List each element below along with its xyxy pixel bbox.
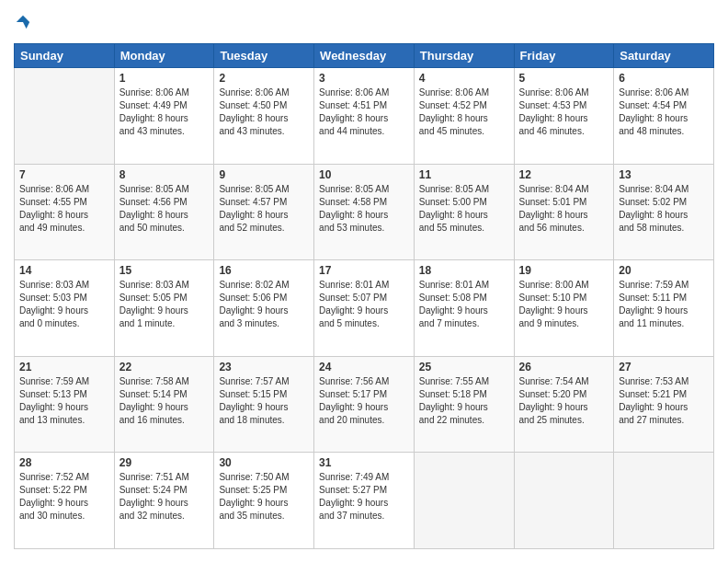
day-number: 12 (519, 168, 609, 181)
day-number: 18 (419, 264, 509, 277)
day-number: 20 (619, 264, 709, 277)
calendar-week-row: 1Sunrise: 8:06 AM Sunset: 4:49 PM Daylig… (15, 68, 714, 165)
calendar-header-monday: Monday (114, 44, 214, 68)
calendar-cell: 14Sunrise: 8:03 AM Sunset: 5:03 PM Dayli… (15, 260, 115, 357)
day-info: Sunrise: 8:05 AM Sunset: 4:57 PM Dayligh… (219, 183, 309, 235)
day-number: 1 (119, 72, 210, 85)
calendar-cell (614, 453, 714, 549)
day-number: 28 (19, 456, 109, 469)
calendar-cell (15, 68, 115, 165)
calendar-cell: 30Sunrise: 7:50 AM Sunset: 5:25 PM Dayli… (214, 453, 314, 549)
day-info: Sunrise: 7:58 AM Sunset: 5:14 PM Dayligh… (119, 375, 210, 427)
calendar-cell: 24Sunrise: 7:56 AM Sunset: 5:17 PM Dayli… (314, 356, 415, 453)
day-number: 7 (19, 168, 109, 181)
day-info: Sunrise: 7:53 AM Sunset: 5:21 PM Dayligh… (619, 375, 709, 427)
day-number: 29 (119, 456, 210, 469)
calendar-week-row: 28Sunrise: 7:52 AM Sunset: 5:22 PM Dayli… (15, 453, 714, 549)
day-info: Sunrise: 8:06 AM Sunset: 4:49 PM Dayligh… (119, 86, 210, 138)
calendar-header-friday: Friday (514, 44, 614, 68)
calendar-cell: 3Sunrise: 8:06 AM Sunset: 4:51 PM Daylig… (314, 68, 415, 165)
day-number: 27 (619, 361, 709, 373)
day-info: Sunrise: 7:59 AM Sunset: 5:13 PM Dayligh… (19, 375, 109, 427)
day-info: Sunrise: 7:56 AM Sunset: 5:17 PM Dayligh… (319, 375, 409, 427)
day-number: 13 (619, 168, 709, 181)
day-info: Sunrise: 8:02 AM Sunset: 5:06 PM Dayligh… (219, 279, 309, 330)
day-number: 3 (319, 72, 409, 85)
day-info: Sunrise: 8:01 AM Sunset: 5:08 PM Dayligh… (419, 279, 509, 330)
day-number: 19 (519, 264, 609, 277)
day-info: Sunrise: 8:06 AM Sunset: 4:50 PM Dayligh… (219, 86, 309, 138)
calendar-cell (414, 453, 514, 549)
day-number: 24 (319, 361, 409, 373)
calendar-cell: 9Sunrise: 8:05 AM Sunset: 4:57 PM Daylig… (214, 164, 314, 260)
day-info: Sunrise: 8:04 AM Sunset: 5:01 PM Dayligh… (519, 183, 609, 235)
calendar-cell: 11Sunrise: 8:05 AM Sunset: 5:00 PM Dayli… (414, 164, 514, 260)
day-info: Sunrise: 8:03 AM Sunset: 5:05 PM Dayligh… (119, 279, 210, 330)
calendar-cell: 17Sunrise: 8:01 AM Sunset: 5:07 PM Dayli… (314, 260, 415, 357)
calendar-cell: 2Sunrise: 8:06 AM Sunset: 4:50 PM Daylig… (214, 68, 314, 165)
day-number: 16 (219, 264, 309, 277)
calendar-cell: 28Sunrise: 7:52 AM Sunset: 5:22 PM Dayli… (15, 453, 115, 549)
calendar-cell: 19Sunrise: 8:00 AM Sunset: 5:10 PM Dayli… (514, 260, 614, 357)
day-number: 9 (219, 168, 309, 181)
day-info: Sunrise: 8:06 AM Sunset: 4:55 PM Dayligh… (19, 183, 109, 235)
day-info: Sunrise: 8:04 AM Sunset: 5:02 PM Dayligh… (619, 183, 709, 235)
calendar-cell: 18Sunrise: 8:01 AM Sunset: 5:08 PM Dayli… (414, 260, 514, 357)
calendar-cell: 27Sunrise: 7:53 AM Sunset: 5:21 PM Dayli… (614, 356, 714, 453)
calendar-cell: 5Sunrise: 8:06 AM Sunset: 4:53 PM Daylig… (514, 68, 614, 165)
day-info: Sunrise: 7:55 AM Sunset: 5:18 PM Dayligh… (419, 375, 509, 427)
day-number: 4 (419, 72, 509, 85)
calendar-cell: 22Sunrise: 7:58 AM Sunset: 5:14 PM Dayli… (114, 356, 214, 453)
day-info: Sunrise: 8:01 AM Sunset: 5:07 PM Dayligh… (319, 279, 409, 330)
day-info: Sunrise: 8:00 AM Sunset: 5:10 PM Dayligh… (519, 279, 609, 330)
calendar-header-wednesday: Wednesday (314, 44, 415, 68)
day-number: 30 (219, 456, 309, 469)
day-number: 23 (219, 361, 309, 373)
day-number: 17 (319, 264, 409, 277)
calendar-header-saturday: Saturday (614, 44, 714, 68)
day-number: 26 (519, 361, 609, 373)
calendar-cell: 13Sunrise: 8:04 AM Sunset: 5:02 PM Dayli… (614, 164, 714, 260)
calendar-header-tuesday: Tuesday (214, 44, 314, 68)
day-info: Sunrise: 8:06 AM Sunset: 4:53 PM Dayligh… (519, 86, 609, 138)
day-info: Sunrise: 8:05 AM Sunset: 4:58 PM Dayligh… (319, 183, 409, 235)
day-info: Sunrise: 7:50 AM Sunset: 5:25 PM Dayligh… (219, 471, 309, 523)
calendar-cell: 31Sunrise: 7:49 AM Sunset: 5:27 PM Dayli… (314, 453, 415, 549)
calendar-cell: 20Sunrise: 7:59 AM Sunset: 5:11 PM Dayli… (614, 260, 714, 357)
calendar-cell: 8Sunrise: 8:05 AM Sunset: 4:56 PM Daylig… (114, 164, 214, 260)
calendar-cell (514, 453, 614, 549)
calendar-cell: 4Sunrise: 8:06 AM Sunset: 4:52 PM Daylig… (414, 68, 514, 165)
day-info: Sunrise: 8:06 AM Sunset: 4:52 PM Dayligh… (419, 86, 509, 138)
day-number: 31 (319, 456, 409, 469)
day-info: Sunrise: 7:52 AM Sunset: 5:22 PM Dayligh… (19, 471, 109, 523)
logo (14, 14, 31, 34)
calendar-cell: 10Sunrise: 8:05 AM Sunset: 4:58 PM Dayli… (314, 164, 415, 260)
svg-marker-1 (23, 22, 29, 29)
day-info: Sunrise: 8:03 AM Sunset: 5:03 PM Dayligh… (19, 279, 109, 330)
svg-marker-0 (17, 16, 29, 22)
calendar-week-row: 7Sunrise: 8:06 AM Sunset: 4:55 PM Daylig… (15, 164, 714, 260)
day-number: 14 (19, 264, 109, 277)
day-number: 11 (419, 168, 509, 181)
logo-icon (15, 14, 31, 30)
calendar-table: SundayMondayTuesdayWednesdayThursdayFrid… (14, 43, 714, 549)
day-number: 6 (619, 72, 709, 85)
day-info: Sunrise: 7:54 AM Sunset: 5:20 PM Dayligh… (519, 375, 609, 427)
page-header (14, 14, 714, 34)
day-number: 10 (319, 168, 409, 181)
day-info: Sunrise: 7:51 AM Sunset: 5:24 PM Dayligh… (119, 471, 210, 523)
day-info: Sunrise: 7:59 AM Sunset: 5:11 PM Dayligh… (619, 279, 709, 330)
calendar-cell: 15Sunrise: 8:03 AM Sunset: 5:05 PM Dayli… (114, 260, 214, 357)
day-number: 25 (419, 361, 509, 373)
calendar-cell: 23Sunrise: 7:57 AM Sunset: 5:15 PM Dayli… (214, 356, 314, 453)
calendar-week-row: 21Sunrise: 7:59 AM Sunset: 5:13 PM Dayli… (15, 356, 714, 453)
calendar-cell: 16Sunrise: 8:02 AM Sunset: 5:06 PM Dayli… (214, 260, 314, 357)
day-number: 22 (119, 361, 210, 373)
day-number: 21 (19, 361, 109, 373)
day-info: Sunrise: 8:05 AM Sunset: 4:56 PM Dayligh… (119, 183, 210, 235)
calendar-cell: 25Sunrise: 7:55 AM Sunset: 5:18 PM Dayli… (414, 356, 514, 453)
day-number: 5 (519, 72, 609, 85)
day-number: 2 (219, 72, 309, 85)
calendar-header-thursday: Thursday (414, 44, 514, 68)
day-info: Sunrise: 8:05 AM Sunset: 5:00 PM Dayligh… (419, 183, 509, 235)
